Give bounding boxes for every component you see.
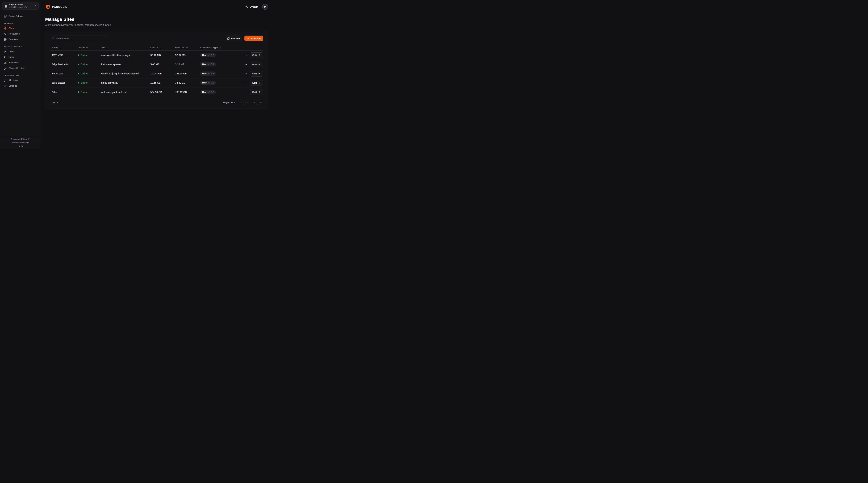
sidebar-item-roles[interactable]: Roles (2, 54, 38, 60)
avatar[interactable]: M (262, 4, 268, 10)
cell-connection-type: Newtv1.3.2 (198, 62, 233, 66)
cell-actions: Edit (233, 89, 263, 95)
search-input[interactable] (50, 36, 111, 41)
sidebar-item-domains[interactable]: Domains (2, 37, 38, 42)
column-header-data-out[interactable]: Data Out (174, 46, 198, 49)
cell-status: Online (76, 82, 99, 84)
connection-badge: Newtv1.3.2 (200, 71, 216, 76)
search-icon (52, 37, 55, 40)
external-link-icon (28, 138, 30, 140)
sidebar-item-shareable-links[interactable]: Shareable Links (2, 65, 38, 71)
pangolin-logo-icon (45, 4, 51, 9)
resources-icon (4, 32, 7, 35)
online-dot (78, 73, 79, 74)
theme-label: System (250, 5, 258, 8)
connection-badge: Newtv1.3.2 (200, 90, 216, 94)
column-header-connection-type[interactable]: Connection Type (198, 46, 233, 49)
sidebar-scrollbar-thumb[interactable] (41, 73, 41, 86)
row-menu-button[interactable] (244, 72, 247, 75)
community-edition-label: Community Edition (10, 138, 27, 140)
organization-label: Organization (9, 3, 32, 6)
column-header-data-in[interactable]: Data In (149, 46, 174, 49)
row-menu-button[interactable] (244, 82, 247, 84)
sidebar-item-api-keys[interactable]: API Keys (2, 77, 38, 83)
cell-actions: Edit (233, 71, 263, 76)
chevrons-up-down-icon (34, 5, 37, 7)
ellipsis-icon (244, 54, 247, 57)
edit-button[interactable]: Edit (250, 62, 263, 67)
chevron-left-icon (247, 101, 249, 104)
chevron-down-icon (56, 101, 58, 104)
cell-data-in: 5.00 MB (149, 63, 174, 66)
page-size-select[interactable]: 20 (50, 100, 60, 105)
column-header-name[interactable]: Name (50, 46, 76, 49)
cell-name: AWS VPC (50, 54, 76, 57)
connection-badge: Newtv1.3.2 (200, 62, 216, 66)
sidebar-item-server-admin[interactable]: Server Admin (2, 13, 38, 19)
row-menu-button[interactable] (244, 54, 247, 57)
sidebar-item-resources[interactable]: Resources (2, 31, 38, 37)
link-icon (4, 67, 7, 70)
cell-data-in: 534.98 GB (149, 91, 174, 94)
cell-data-out: 141.68 GB (174, 72, 198, 75)
last-page-button[interactable] (258, 100, 263, 105)
pagination: Page 1 of 1 (223, 100, 263, 105)
documentation-link[interactable]: Documentation (12, 141, 29, 143)
connection-badge: Newtv1.3.2 (200, 81, 216, 85)
cell-data-out: 3.20 MB (174, 63, 198, 66)
chevron-right-icon (253, 101, 255, 104)
arrow-right-icon (258, 82, 260, 84)
refresh-button[interactable]: Refresh (225, 36, 242, 41)
chevrons-right-icon (259, 101, 262, 104)
cell-name: Office (50, 91, 76, 94)
sort-icon (159, 46, 161, 49)
key-icon (4, 79, 7, 82)
sidebar-item-label: Shareable Links (8, 66, 25, 70)
sidebar-item-label: Invitations (8, 61, 19, 64)
next-page-button[interactable] (252, 100, 257, 105)
row-menu-button[interactable] (244, 63, 247, 66)
search-box (50, 36, 111, 41)
cell-connection-type: Newtv1.3.2 (198, 90, 233, 94)
arrow-right-icon (258, 91, 260, 93)
table-footer: 20 Page 1 of 1 (50, 100, 263, 105)
sites-table-card: Refresh Add Site Name Online Site Data I… (45, 31, 268, 109)
edit-button[interactable]: Edit (250, 71, 263, 76)
ellipsis-icon (244, 63, 247, 66)
arrow-right-icon (258, 54, 260, 56)
moon-icon (245, 5, 248, 8)
edit-button[interactable]: Edit (250, 80, 263, 86)
avatar-initial: M (264, 5, 266, 8)
sidebar-item-sites[interactable]: Sites (2, 26, 38, 31)
edit-button[interactable]: Edit (250, 89, 263, 95)
sites-icon (4, 27, 7, 30)
page-size-value: 20 (52, 101, 55, 104)
cell-name: Jeff's Laptop (50, 82, 76, 84)
cell-name: Home Lab (50, 72, 76, 75)
sidebar-item-users[interactable]: Users (2, 49, 38, 54)
cell-data-out: 34.80 GB (174, 82, 198, 84)
column-header-site[interactable]: Site (99, 46, 149, 49)
column-header-online[interactable]: Online (76, 46, 99, 49)
sidebar-item-invitations[interactable]: Invitations (2, 60, 38, 65)
edit-button[interactable]: Edit (250, 53, 263, 58)
first-page-button[interactable] (239, 100, 244, 105)
organization-selector[interactable]: Organization milo@fossorial.io's ... (2, 2, 38, 10)
cell-data-in: 30.12 MB (149, 54, 174, 57)
topbar-actions: System M (245, 4, 268, 10)
add-site-button[interactable]: Add Site (244, 36, 263, 41)
sort-icon (186, 46, 188, 49)
community-edition-link[interactable]: Community Edition (10, 138, 30, 140)
cell-site: smug-brown-rat (99, 82, 149, 84)
row-menu-button[interactable] (244, 91, 247, 93)
cell-site: fortunate-cape-fox (99, 63, 149, 66)
topbar: PANGOLIN System M (45, 0, 268, 13)
section-heading-general: GENERAL (2, 22, 38, 25)
previous-page-button[interactable] (245, 100, 250, 105)
sidebar-item-label: API Keys (8, 78, 18, 82)
sidebar-item-label: Roles (8, 55, 14, 59)
sidebar-item-settings[interactable]: Settings (2, 83, 38, 89)
section-heading-organization: ORGANIZATION (2, 74, 38, 76)
ticket-check-icon (4, 61, 7, 64)
theme-toggle[interactable]: System (245, 5, 258, 8)
